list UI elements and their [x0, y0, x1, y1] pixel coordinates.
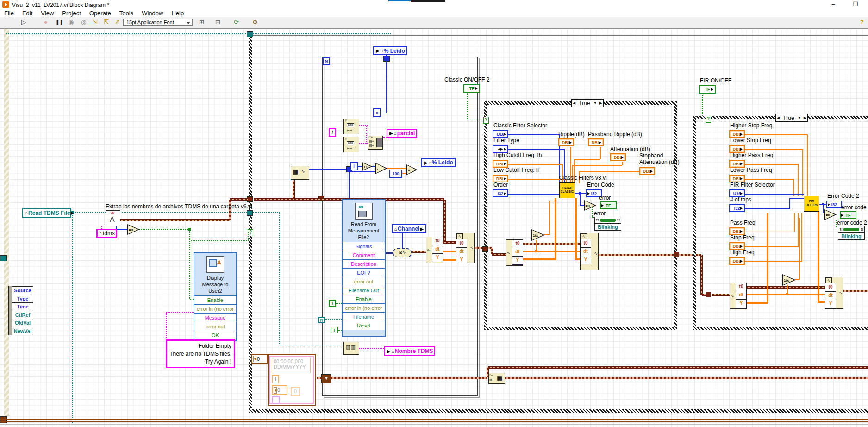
tdms-pattern-constant[interactable]: *.tdms — [96, 229, 117, 238]
case-dropdown-icon[interactable]: ▼ — [593, 101, 597, 105]
fir-blinking-property-node[interactable]: ?!?! Blinking — [838, 226, 865, 240]
true-constant-enable[interactable]: T — [329, 300, 336, 307]
abort-button-icon[interactable]: ● — [44, 18, 48, 26]
zero-spinner-2[interactable]: 0 — [272, 385, 287, 395]
step-into-icon[interactable]: ⇲ — [93, 18, 98, 26]
outer-case-left-border[interactable] — [249, 37, 252, 409]
menu-view[interactable]: View — [37, 10, 58, 17]
cleanup-diagram-icon[interactable]: ⚙ — [252, 18, 258, 26]
menu-file[interactable]: File — [0, 10, 18, 17]
rfmf-row-reset[interactable]: Reset — [343, 321, 385, 330]
taps-control[interactable]: I32 — [729, 204, 745, 212]
zero-constant-dim[interactable]: 0 — [291, 387, 300, 396]
fir-case-selector[interactable]: ◀ True ▼ ▶ — [775, 114, 808, 122]
concatenate-strings-node[interactable]: □+ ▨+ ▧+ — [368, 136, 383, 150]
pct-leido-indicator-2[interactable]: ▶ ⌂ % Leido — [421, 158, 456, 167]
step-over-icon[interactable]: ⇱ — [104, 18, 109, 26]
rfmf-row-filename[interactable]: Filename — [343, 312, 385, 321]
ripple-control[interactable]: DBL — [558, 138, 574, 146]
convert-from-dynamic-data-node[interactable]: ⊠∿ — [393, 248, 412, 257]
resize-objects-icon[interactable]: ⟳ — [234, 18, 239, 26]
restore-button[interactable]: ❐ — [849, 0, 862, 8]
rfmf-row-error-in[interactable]: error in (no error — [343, 303, 385, 312]
attenuation-control[interactable]: DBL — [610, 153, 626, 161]
classic-filters-subvi[interactable]: FILTERCLASSIC — [559, 182, 575, 198]
parcial-indicator[interactable]: ▶ ⌂ parcial — [387, 129, 417, 138]
extract-tdms-names-subvi[interactable]: v6 ⋀ — [106, 210, 120, 226]
tunnel-autoindex[interactable]: [] — [318, 317, 325, 323]
read-from-measurement-file-express-vi[interactable]: ∞ Read From Measurement File2 Signals Co… — [342, 199, 386, 337]
menu-project[interactable]: Project — [58, 10, 85, 17]
tunnel-classic-out[interactable] — [674, 252, 679, 257]
classic-selector-terminal[interactable]: ? — [483, 117, 489, 124]
number-to-string-node-1[interactable]: # 999 ⊢⊣ — [343, 119, 359, 134]
fir-selector-terminal[interactable]: ? — [706, 116, 711, 123]
true-constant-reset[interactable]: T — [331, 327, 338, 333]
context-help-icon[interactable]: ? — [860, 18, 864, 26]
passband-ripple-control[interactable]: DBL — [588, 138, 604, 146]
get-waveform-node-fir[interactable]: ∿ t0 dt Y — [730, 283, 747, 309]
slash-string-constant[interactable]: / — [329, 128, 336, 137]
menu-window[interactable]: Window — [137, 10, 167, 17]
classic-onoff-control[interactable]: TF — [463, 84, 480, 93]
highlight-execution-icon[interactable]: ◉ — [69, 18, 74, 26]
rfmf-row-enable[interactable]: Enable — [343, 295, 385, 303]
timestamp-display[interactable]: 00:00:00,000 DD/MM/YYYY — [272, 358, 311, 373]
retain-wire-values-icon[interactable]: ◎ — [81, 18, 86, 26]
error-code-2-indicator[interactable]: I32 — [826, 201, 842, 208]
one-constant[interactable]: 1 — [272, 375, 279, 383]
array-split-node[interactable]: ▥▥ — [343, 342, 359, 355]
get-waveform-node[interactable]: ∿ t0 dt Y — [426, 237, 443, 263]
classic-case-selector[interactable]: ◀ True ▼ ▶ — [571, 99, 604, 107]
build-waveform-node[interactable]: ∿ t0 dt Y ∿ — [456, 233, 475, 263]
tunnel-fir-in[interactable] — [706, 292, 711, 297]
dm-row-error-out[interactable]: error out — [194, 322, 236, 331]
dm-row-message[interactable]: Message — [194, 313, 236, 322]
tunnel-teal-left[interactable] — [0, 255, 7, 261]
error-code-2-tf-indicator[interactable]: TF — [840, 211, 856, 219]
rfmf-row-eof[interactable]: EOF? — [343, 268, 385, 277]
spinner-icon[interactable] — [253, 356, 256, 362]
order-control[interactable]: I32 — [493, 189, 508, 197]
outer-case-top-border[interactable] — [252, 35, 868, 36]
classic-case-bottom[interactable] — [484, 327, 677, 330]
prev-case-icon[interactable]: ◀ — [777, 116, 780, 120]
event-data-node[interactable]: Source Type Time CtlRef OldVal NewVal — [8, 286, 33, 335]
iteration-terminal[interactable]: i — [350, 162, 358, 170]
tunnel-teal-case[interactable] — [247, 31, 253, 37]
build-waveform-node-fir[interactable]: ∿ t0 dt Y ∿ — [825, 277, 843, 309]
pct-leido-indicator-top[interactable]: ▶ ⌂ % Leido — [373, 46, 407, 55]
align-objects-icon[interactable]: ⊞ — [199, 18, 204, 26]
array-size-node[interactable]: ▦ ∿ — [291, 166, 309, 180]
zero-constant[interactable]: 0 — [373, 108, 381, 117]
next-case-icon[interactable]: ▶ — [804, 116, 806, 120]
fir-case-left[interactable] — [693, 116, 696, 330]
menu-help[interactable]: Help — [167, 10, 188, 17]
fir-filters-subvi[interactable]: FIRFILTERS — [804, 196, 819, 212]
menu-edit[interactable]: Edit — [18, 10, 37, 17]
rfmf-row-signals[interactable]: Signals — [343, 242, 385, 251]
outer-case-bottom-border[interactable] — [249, 409, 868, 413]
rfmf-row-description[interactable]: Description — [343, 259, 385, 268]
distribute-objects-icon[interactable]: ⊟ — [215, 18, 220, 26]
run-button-icon[interactable]: ▷ — [21, 18, 26, 26]
error-indicator[interactable]: TF — [600, 201, 617, 209]
event-structure-left-border[interactable] — [4, 29, 9, 416]
build-waveform-node-classic[interactable]: ∿ t0 dt Y ∿ — [580, 233, 599, 270]
get-waveform-node-classic[interactable]: ∿ t0 dt Y — [506, 239, 523, 266]
folder-empty-string-constant[interactable]: Folder Empty There are no TDMS files. Tr… — [166, 339, 235, 368]
tunnel-teal-case2[interactable] — [247, 210, 253, 216]
read-tdms-file-control[interactable]: ⌂ Read TDMS File ▶ — [22, 208, 71, 218]
fir-case-bottom[interactable] — [693, 327, 868, 330]
next-case-icon[interactable]: ▶ — [599, 101, 602, 105]
stopband-attenuation-control[interactable]: DBL — [639, 167, 655, 175]
font-selector[interactable]: 15pt Application Font — [123, 19, 193, 26]
menu-operate[interactable]: Operate — [85, 10, 115, 17]
prev-case-icon[interactable]: ◀ — [573, 101, 575, 105]
nombre-tdms-indicator[interactable]: ▶ ⌂ Nombre TDMS — [384, 346, 435, 356]
classic-case-right[interactable] — [674, 101, 677, 330]
case-dropdown-icon[interactable]: ▼ — [798, 116, 801, 120]
number-to-string-node-2[interactable]: # 999 ⊢⊣ — [343, 137, 359, 152]
dm-row-ok[interactable]: OK — [194, 331, 236, 339]
step-out-icon[interactable]: ⇗ — [115, 18, 120, 26]
